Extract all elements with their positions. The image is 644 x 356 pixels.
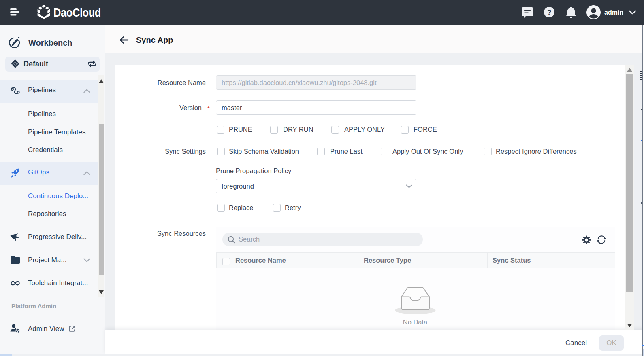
svg-text:?: ? xyxy=(547,8,552,17)
